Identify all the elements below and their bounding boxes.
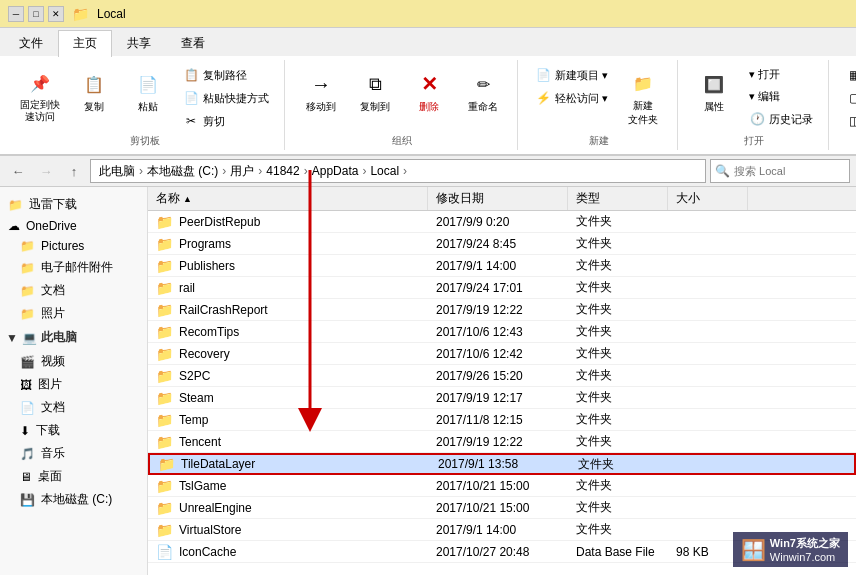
copy-icon: 📋 xyxy=(80,70,108,98)
table-row[interactable]: 📁Programs2017/9/24 8:45文件夹 xyxy=(148,233,856,255)
table-row[interactable]: 📁Recovery2017/10/6 12:42文件夹 xyxy=(148,343,856,365)
folder-icon: 📁 xyxy=(156,368,173,384)
table-row[interactable]: 📁Tencent2017/9/19 12:22文件夹 xyxy=(148,431,856,453)
sidebar-item-downloads[interactable]: ⬇ 下载 xyxy=(0,419,147,442)
file-type-cell: 文件夹 xyxy=(568,365,668,386)
forward-button[interactable]: → xyxy=(34,160,58,182)
copy-to-button[interactable]: ⧉ 复制到 xyxy=(349,64,401,120)
copy-button[interactable]: 📋 复制 xyxy=(68,64,120,120)
file-type-cell: 文件夹 xyxy=(568,255,668,276)
tab-share[interactable]: 共享 xyxy=(112,30,166,56)
sidebar-item-photos[interactable]: 📁 照片 xyxy=(0,302,147,325)
sidebar-this-pc[interactable]: ▼ 💻 此电脑 xyxy=(0,325,147,350)
address-path[interactable]: 此电脑 › 本地磁盘 (C:) › 用户 › 41842 › AppData ›… xyxy=(90,159,706,183)
table-row[interactable]: 📁TslGame2017/10/21 15:00文件夹 xyxy=(148,475,856,497)
properties-button[interactable]: 🔲 属性 xyxy=(688,64,740,120)
file-date-cell: 2017/9/24 17:01 xyxy=(428,279,568,297)
close-btn[interactable]: ✕ xyxy=(48,6,64,22)
table-row[interactable]: 📁UnrealEngine2017/10/21 15:00文件夹 xyxy=(148,497,856,519)
col-type-header[interactable]: 类型 xyxy=(568,187,668,210)
file-name-text: RecomTips xyxy=(179,325,239,339)
path-pc[interactable]: 此电脑 xyxy=(97,163,137,180)
paste-shortcut-button[interactable]: 📄 粘贴快捷方式 xyxy=(176,87,276,109)
delete-button[interactable]: ✕ 删除 xyxy=(403,64,455,120)
path-local[interactable]: Local xyxy=(368,164,401,178)
sidebar-item-email[interactable]: 📁 电子邮件附件 xyxy=(0,256,147,279)
group-open: 🔲 属性 ▾ 打开 ▾ 编辑 🕐 历史记录 xyxy=(680,60,829,150)
sidebar-item-local-disk[interactable]: 💾 本地磁盘 (C:) xyxy=(0,488,147,511)
group-clipboard: 📌 固定到快速访问 📋 复制 📄 粘贴 xyxy=(6,60,285,150)
move-to-button[interactable]: → 移动到 xyxy=(295,64,347,120)
sidebar-item-documents[interactable]: 📄 文档 xyxy=(0,396,147,419)
sidebar-item-videos[interactable]: 🎬 视频 xyxy=(0,350,147,373)
videos-icon: 🎬 xyxy=(20,355,35,369)
up-button[interactable]: ↑ xyxy=(62,160,86,182)
file-name-cell: 📁PeerDistRepub xyxy=(148,212,428,232)
file-date-cell: 2017/9/1 13:58 xyxy=(430,455,570,473)
sidebar-item-onedrive[interactable]: ☁ OneDrive xyxy=(0,216,147,236)
easy-access-button[interactable]: ⚡ 轻松访问 ▾ xyxy=(528,87,615,109)
file-name-cell: 📄IconCache xyxy=(148,542,428,562)
table-row[interactable]: 📁PeerDistRepub2017/9/9 0:20文件夹 xyxy=(148,211,856,233)
sidebar-item-images[interactable]: 🖼 图片 xyxy=(0,373,147,396)
email-icon: 📁 xyxy=(20,261,35,275)
history-button[interactable]: 🕐 历史记录 xyxy=(742,108,820,130)
select-buttons: ▦ 全部选择 ▢ 全部取消 ◫ 反向选择 xyxy=(839,60,856,134)
file-name-text: VirtualStore xyxy=(179,523,241,537)
file-size-cell xyxy=(668,418,748,422)
file-name-text: Tencent xyxy=(179,435,221,449)
file-name-cell: 📁Programs xyxy=(148,234,428,254)
rename-button[interactable]: ✏ 重命名 xyxy=(457,64,509,120)
invert-select-button[interactable]: ◫ 反向选择 xyxy=(839,110,856,132)
tab-home[interactable]: 主页 xyxy=(58,30,112,57)
table-row[interactable]: 📁TileDataLayer2017/9/1 13:58文件夹 xyxy=(148,453,856,475)
path-user[interactable]: 41842 xyxy=(264,164,301,178)
new-folder-button[interactable]: 📁 新建文件夹 xyxy=(617,64,669,132)
col-name-header[interactable]: 名称 ▲ xyxy=(148,187,428,210)
search-input[interactable] xyxy=(734,165,845,177)
edit-button[interactable]: ▾ 编辑 xyxy=(742,86,820,107)
sidebar-item-music[interactable]: 🎵 音乐 xyxy=(0,442,147,465)
path-users[interactable]: 用户 xyxy=(228,163,256,180)
tab-file[interactable]: 文件 xyxy=(4,30,58,56)
path-appdata[interactable]: AppData xyxy=(310,164,361,178)
sidebar: 📁 迅雷下载 ☁ OneDrive 📁 Pictures 📁 电子邮件附件 📁 … xyxy=(0,187,148,575)
table-row[interactable]: 📁Temp2017/11/8 12:15文件夹 xyxy=(148,409,856,431)
sidebar-item-docs[interactable]: 📁 文档 xyxy=(0,279,147,302)
table-row[interactable]: 📁RecomTips2017/10/6 12:43文件夹 xyxy=(148,321,856,343)
file-size-cell xyxy=(668,242,748,246)
file-type-cell: 文件夹 xyxy=(570,454,670,475)
maximize-btn[interactable]: □ xyxy=(28,6,44,22)
select-none-button[interactable]: ▢ 全部取消 xyxy=(839,87,856,109)
file-name-cell: 📁rail xyxy=(148,278,428,298)
back-button[interactable]: ← xyxy=(6,160,30,182)
local-disk-icon: 💾 xyxy=(20,493,35,507)
pictures-icon: 📁 xyxy=(20,239,35,253)
search-box[interactable]: 🔍 xyxy=(710,159,850,183)
file-type-cell: 文件夹 xyxy=(568,277,668,298)
title-bar-controls[interactable]: ─ □ ✕ xyxy=(8,6,64,22)
pin-button[interactable]: 📌 固定到快速访问 xyxy=(14,64,66,128)
table-row[interactable]: 📁S2PC2017/9/26 15:20文件夹 xyxy=(148,365,856,387)
file-name-text: Temp xyxy=(179,413,208,427)
col-size-header[interactable]: 大小 xyxy=(668,187,748,210)
col-date-header[interactable]: 修改日期 xyxy=(428,187,568,210)
folder-icon: 📁 xyxy=(156,324,173,340)
minimize-btn[interactable]: ─ xyxy=(8,6,24,22)
table-row[interactable]: 📁Steam2017/9/19 12:17文件夹 xyxy=(148,387,856,409)
path-c[interactable]: 本地磁盘 (C:) xyxy=(145,163,220,180)
sidebar-item-pictures[interactable]: 📁 Pictures xyxy=(0,236,147,256)
open-button[interactable]: ▾ 打开 xyxy=(742,64,820,85)
table-row[interactable]: 📁rail2017/9/24 17:01文件夹 xyxy=(148,277,856,299)
folder-icon: 📁 xyxy=(156,522,173,538)
new-item-button[interactable]: 📄 新建项目 ▾ xyxy=(528,64,615,86)
select-all-button[interactable]: ▦ 全部选择 xyxy=(839,64,856,86)
tab-view[interactable]: 查看 xyxy=(166,30,220,56)
table-row[interactable]: 📁RailCrashReport2017/9/19 12:22文件夹 xyxy=(148,299,856,321)
sidebar-item-desktop[interactable]: 🖥 桌面 xyxy=(0,465,147,488)
table-row[interactable]: 📁Publishers2017/9/1 14:00文件夹 xyxy=(148,255,856,277)
sidebar-item-quick-download[interactable]: 📁 迅雷下载 xyxy=(0,193,147,216)
copy-path-button[interactable]: 📋 复制路径 xyxy=(176,64,276,86)
cut-button[interactable]: ✂ 剪切 xyxy=(176,110,276,132)
paste-button[interactable]: 📄 粘贴 xyxy=(122,64,174,120)
